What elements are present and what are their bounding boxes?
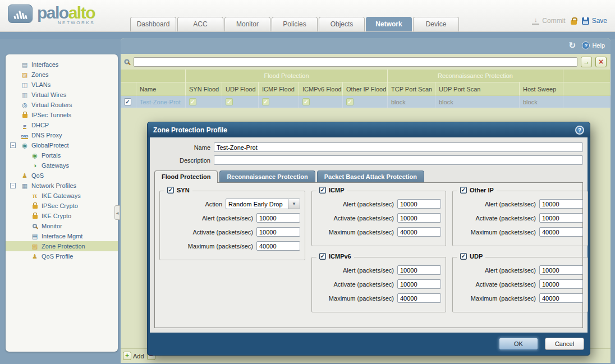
icmp-maximum-field[interactable] [397, 227, 441, 237]
column-header-udp-port-scan[interactable]: UDP Port Scan [435, 82, 520, 96]
search-input[interactable] [134, 57, 577, 67]
name-label: Name [154, 144, 210, 151]
dialog-footer: OK Cancel [148, 333, 590, 355]
sidebar-item-label: Network Profiles [31, 182, 76, 189]
sidebar-item-label: Portals [42, 152, 61, 159]
syn-action-select[interactable]: Random Early Drop [226, 199, 288, 209]
maximum-label: Maximum (packets/sec) [188, 243, 253, 250]
icmp-alert-field[interactable] [397, 199, 441, 209]
sidebar-item-interface-mgmt[interactable]: ▤ Interface Mgmt [6, 231, 118, 241]
add-button[interactable]: Add [123, 352, 144, 360]
syn-activate-field[interactable] [256, 227, 300, 237]
column-header-icmpv6-flood[interactable]: ICMPv6 Flood [299, 82, 343, 96]
icmpv6-maximum-field[interactable] [397, 293, 441, 303]
tab-acc[interactable]: ACC [177, 17, 223, 31]
commit-icon: ↓ [532, 17, 539, 25]
brand-secondary: alto [68, 3, 95, 22]
udp-maximum-field[interactable] [539, 293, 583, 303]
other-ip-maximum-field[interactable] [539, 227, 583, 237]
name-field[interactable] [214, 142, 583, 152]
search-clear-button[interactable] [595, 57, 607, 67]
other-ip-activate-field[interactable] [539, 213, 583, 223]
udp-checkbox[interactable] [460, 253, 467, 260]
help-button[interactable]: Help [582, 42, 605, 49]
chevron-down-icon[interactable] [288, 199, 300, 209]
sidebar-item-ike-gateways[interactable]: π IKE Gateways [6, 191, 118, 201]
collapse-expander-icon[interactable] [10, 142, 16, 148]
tab-device[interactable]: Device [413, 17, 459, 31]
column-header-icmp-flood[interactable]: ICMP Flood [259, 82, 299, 96]
icmpv6-checkbox[interactable] [319, 253, 326, 260]
icmp-checkbox[interactable] [319, 187, 326, 193]
icmpv6-alert-field[interactable] [397, 265, 441, 275]
sidebar-item-interfaces[interactable]: ▤ Interfaces [6, 59, 118, 70]
commit-label: Commit [542, 17, 565, 25]
save-button[interactable]: Save [582, 17, 607, 25]
sidebar-collapse-handle[interactable]: ◀ [114, 205, 120, 220]
tab-packet-based-attack-protection[interactable]: Packet Based Attack Protection [317, 171, 424, 182]
sidebar-item-ipsec-crypto[interactable]: IPSec Crypto [6, 201, 118, 211]
icmpv6-activate-field[interactable] [397, 279, 441, 289]
sidebar-item-gateways[interactable]: ◑ Gateways [6, 160, 118, 171]
tab-objects[interactable]: Objects [319, 17, 365, 31]
action-label: Action [205, 201, 222, 208]
sidebar-item-dns-proxy[interactable]: DNS DNS Proxy [6, 130, 118, 140]
syn-alert-field[interactable] [256, 213, 300, 223]
sidebar-item-virtual-routers[interactable]: ◎ Virtual Routers [6, 100, 118, 110]
tab-flood-protection[interactable]: Flood Protection [154, 171, 218, 183]
column-header-other-ip-flood[interactable]: Other IP Flood [343, 82, 388, 96]
sidebar-item-label: Zones [31, 71, 49, 78]
tab-policies[interactable]: Policies [272, 17, 318, 31]
lock-icon[interactable] [571, 20, 577, 25]
sidebar-item-ipsec-tunnels[interactable]: IPSec Tunnels [6, 110, 118, 120]
row-checkbox[interactable] [124, 98, 131, 105]
group-header-filler [563, 70, 611, 82]
udp-alert-field[interactable] [539, 265, 583, 275]
brand-primary: palo [37, 3, 68, 22]
sidebar-item-qos-profile[interactable]: ♟ QoS Profile [6, 251, 118, 261]
search-go-button[interactable] [581, 57, 592, 67]
sidebar-item-portals[interactable]: ◉ Portals [6, 150, 118, 160]
sidebar-item-vlans[interactable]: ◫ VLANs [6, 80, 118, 90]
column-header-udp-flood[interactable]: UDP Flood [222, 82, 259, 96]
dialog-help-icon[interactable] [575, 126, 584, 135]
content-toolbar: ↻ Help [121, 38, 611, 54]
tab-monitor[interactable]: Monitor [224, 17, 270, 31]
maximum-label: Maximum (packets/sec) [471, 295, 536, 302]
ok-button[interactable]: OK [499, 338, 538, 350]
table-row-name-link[interactable]: Test-Zone-Prot [136, 96, 186, 108]
tab-network[interactable]: Network [366, 17, 412, 31]
sidebar-item-globalprotect[interactable]: ◉ GlobalProtect [6, 140, 118, 150]
save-icon [582, 17, 589, 25]
syn-checkbox[interactable] [167, 187, 174, 193]
icmpv6-section-label: ICMPv6 [329, 253, 351, 260]
sidebar-item-zones[interactable]: ▨ Zones [6, 70, 118, 80]
sidebar-item-virtual-wires[interactable]: ▥ Virtual Wires [6, 90, 118, 100]
syn-maximum-field[interactable] [256, 241, 300, 251]
column-header-host-sweep[interactable]: Host Sweep [520, 82, 563, 96]
icmp-activate-field[interactable] [397, 213, 441, 223]
udp-activate-field[interactable] [539, 279, 583, 289]
commit-button[interactable]: ↓ Commit [532, 17, 565, 25]
sidebar-item-monitor-profile[interactable]: Monitor [6, 221, 118, 231]
sidebar-item-zone-protection[interactable]: ▨ Zone Protection [6, 241, 118, 251]
tab-dashboard[interactable]: Dashboard [130, 17, 176, 31]
column-header-name[interactable]: Name [136, 82, 186, 96]
interfaces-icon: ▤ [20, 61, 29, 68]
other-ip-checkbox[interactable] [460, 187, 467, 193]
other-ip-alert-field[interactable] [539, 199, 583, 209]
collapse-expander-icon[interactable] [10, 183, 16, 188]
globalprotect-icon: ◉ [20, 142, 29, 149]
sidebar-item-ike-crypto[interactable]: IKE Crypto [6, 211, 118, 221]
cancel-button[interactable]: Cancel [545, 338, 584, 350]
tab-reconnaissance-protection[interactable]: Reconnaissance Protection [219, 171, 315, 182]
column-header-tcp-port-scan[interactable]: TCP Port Scan [388, 82, 435, 96]
column-header-syn-flood[interactable]: SYN Flood [186, 82, 222, 96]
sidebar-item-qos[interactable]: ♟ QoS [6, 171, 118, 181]
app-header: paloalto NETWORKS Dashboard ACC Monitor … [0, 0, 615, 32]
sidebar-item-label: Virtual Wires [31, 91, 66, 98]
description-field[interactable] [214, 155, 583, 165]
refresh-icon[interactable]: ↻ [568, 40, 576, 50]
sidebar-item-network-profiles[interactable]: ▦ Network Profiles [6, 181, 118, 191]
sidebar-item-dhcp[interactable]: IP DHCP [6, 120, 118, 130]
